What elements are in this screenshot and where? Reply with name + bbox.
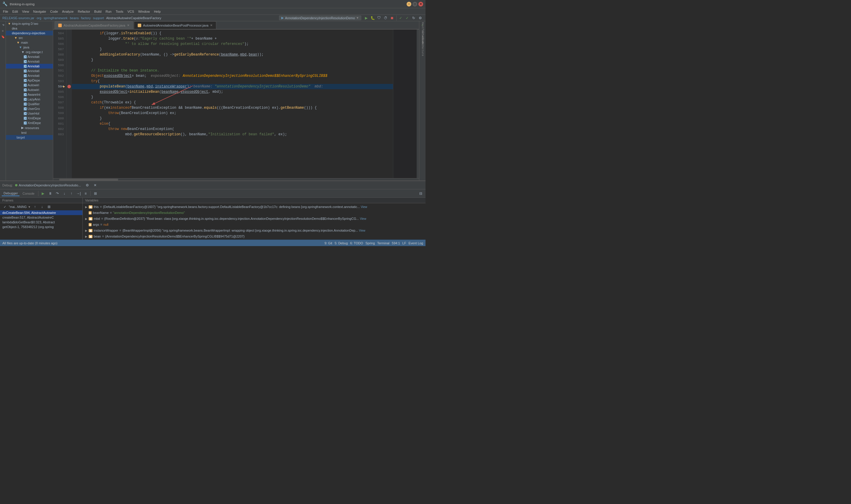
git-icon[interactable]: ✓	[398, 15, 404, 21]
menu-code[interactable]: Code	[49, 9, 60, 14]
debug-var-instancewrapper[interactable]: ▶ ▣ instanceWrapper = {BeanWrapperImpl@2…	[83, 227, 426, 234]
sidebar-resources[interactable]: ▶ resources	[6, 125, 53, 130]
debug-pause-button[interactable]: ⏸	[47, 191, 53, 196]
run-config-dropdown[interactable]: ▼	[356, 16, 359, 19]
expand-bean-icon[interactable]: ▶	[85, 235, 88, 238]
breadcrumb-beans[interactable]: beans	[70, 16, 78, 20]
expand-instancewrapper-icon[interactable]: ▶	[85, 229, 88, 232]
sidebar-xmldepe-1[interactable]: CXmlDepe	[6, 116, 53, 121]
breadcrumb-class[interactable]: AbstractAutowireCapableBeanFactory	[106, 16, 161, 20]
sidebar-annotati-5[interactable]: CAnnotati	[6, 73, 53, 78]
sidebar-annotati-3[interactable]: CAnnotati	[6, 64, 53, 69]
sidebar-xmldepe-2[interactable]: CXmlDepe	[6, 121, 53, 125]
debug-step-into-button[interactable]: ↓	[61, 191, 67, 196]
debug-var-args[interactable]: ▶ ● args = null	[83, 222, 426, 227]
debug-frame-2[interactable]: lambda$doGetBean$0:323, Abstract	[0, 220, 83, 224]
sidebar-autowiri-1[interactable]: CAutowiri	[6, 83, 53, 87]
sidebar-annotati-1[interactable]: CAnnotati	[6, 54, 53, 59]
frames-up-btn[interactable]: ↑	[32, 204, 38, 210]
menu-tools[interactable]: Tools	[114, 9, 125, 14]
debug-frame-1[interactable]: createBean:517, AbstractAutowireC	[0, 215, 83, 220]
debug-step-over-button[interactable]: ↷	[54, 191, 60, 196]
breadcrumb-org[interactable]: org	[37, 16, 41, 20]
minimize-button[interactable]: ─	[406, 2, 411, 6]
debug-var-this[interactable]: ▶ ▣ this = {DefaultListableBeanFactory@1…	[83, 203, 426, 210]
menu-navigate[interactable]: Navigate	[31, 9, 48, 14]
bookmark-icon[interactable]: 🔖	[0, 34, 6, 40]
frames-up-icon[interactable]: ✓	[2, 204, 8, 210]
tab-abstractautowire[interactable]: AbstractAutowireCapableBeanFactory.java …	[54, 21, 133, 29]
debug-step-out-button[interactable]: ↑	[69, 191, 74, 196]
sidebar-org[interactable]: ▼ org.xiaoge.t	[6, 50, 53, 54]
sidebar-qualifier[interactable]: CQualifier	[6, 102, 53, 106]
sidebar-dea[interactable]: dea	[6, 26, 53, 31]
horizontal-scrollbar[interactable]	[53, 178, 419, 180]
tab-close-1[interactable]: ✕	[127, 24, 129, 27]
sidebar-apidepe[interactable]: CApiDepe	[6, 78, 53, 83]
project-icon[interactable]: P	[0, 22, 6, 28]
debug-layout-button[interactable]: ⊟	[418, 191, 424, 196]
profile-button[interactable]: ⏱	[383, 15, 388, 21]
breadcrumb-springframework[interactable]: springframework	[43, 16, 67, 20]
frames-filter-btn[interactable]: ⊞	[46, 204, 52, 210]
close-button[interactable]: ✕	[418, 2, 423, 6]
debug-frame-0[interactable]: doCreateBean:594, AbstractAutowire	[0, 210, 83, 215]
status-spring[interactable]: Spring	[365, 241, 375, 245]
sidebar-userhol[interactable]: CUserHol	[6, 111, 53, 116]
status-terminal[interactable]: Terminal	[377, 241, 390, 245]
settings-icon[interactable]: ⚙	[417, 15, 423, 21]
view-iw-link[interactable]: View	[359, 228, 365, 233]
sidebar-usergro[interactable]: CUserGro	[6, 106, 53, 111]
h-scrollbar-thumb[interactable]	[59, 179, 118, 180]
breadcrumb-support[interactable]: support	[93, 16, 104, 20]
sidebar-java[interactable]: ▼ java	[6, 45, 53, 50]
sidebar-awareint[interactable]: CAwareInt	[6, 92, 53, 97]
git-update-icon[interactable]: ↻	[411, 15, 417, 21]
sidebar-target[interactable]: target	[6, 135, 53, 140]
menu-vcs[interactable]: VCS	[126, 9, 136, 14]
debug-close-icon[interactable]: ✕	[92, 182, 98, 188]
menu-analyze[interactable]: Analyze	[60, 9, 75, 14]
code-content[interactable]: if (logger.isTraceEnabled()) { logger.tr…	[72, 30, 393, 178]
coverage-button[interactable]: ⛉	[376, 15, 382, 21]
menu-run[interactable]: Run	[104, 9, 113, 14]
debug-var-mbd[interactable]: ▶ ▣ mbd = {RootBeanDefinition@2037} "Roo…	[83, 215, 426, 222]
menu-edit[interactable]: Edit	[11, 9, 20, 14]
status-git[interactable]: 9: Git	[324, 241, 332, 245]
sidebar-dependency-injection[interactable]: dependency-injection	[6, 31, 53, 35]
menu-build[interactable]: Build	[92, 9, 103, 14]
debug-resume-button[interactable]: ▶	[40, 191, 46, 196]
view-mbd-link[interactable]: View	[360, 216, 366, 221]
debug-tab-console[interactable]: Console	[21, 191, 36, 196]
status-event-log[interactable]: Event Log	[409, 241, 423, 245]
run-button[interactable]: ▶	[363, 15, 369, 21]
menu-file[interactable]: File	[1, 9, 10, 14]
tab-close-2[interactable]: ✕	[210, 24, 213, 27]
status-debug[interactable]: 5: Debug	[334, 241, 348, 245]
stop-button[interactable]: ⏹	[389, 15, 395, 21]
sidebar-src[interactable]: ▼ src	[6, 35, 53, 40]
menu-refactor[interactable]: Refactor	[76, 9, 92, 14]
menu-help[interactable]: Help	[152, 9, 163, 14]
sidebar-annotati-2[interactable]: CAnnotati	[6, 59, 53, 64]
debug-run-to-cursor-button[interactable]: →|	[76, 191, 82, 196]
sidebar-lazyann[interactable]: CLazyAnn	[6, 97, 53, 102]
debug-evaluate-button[interactable]: ≡	[83, 191, 89, 196]
debug-var-beanname[interactable]: ▶ ● beanName = "annotationDependencyInje…	[83, 210, 426, 215]
sidebar-main[interactable]: ▼ main	[6, 40, 53, 45]
vscrollbar[interactable]	[417, 30, 419, 178]
expand-mbd-icon[interactable]: ▶	[85, 217, 88, 220]
debug-var-bean[interactable]: ▶ ▣ bean = {AnnotationDependencyInjectio…	[83, 234, 426, 239]
debug-settings-icon[interactable]: ⚙	[85, 182, 90, 188]
view-this-link[interactable]: View	[361, 204, 367, 210]
breakpoint-marker[interactable]: ▶	[67, 85, 71, 88]
debug-frame-3[interactable]: getObject-1, 758348212 (org.spring	[0, 224, 83, 229]
menu-view[interactable]: View	[20, 9, 31, 14]
sidebar-annotati-4[interactable]: CAnnotati	[6, 69, 53, 73]
menu-window[interactable]: Window	[137, 9, 151, 14]
sidebar-autowiri-2[interactable]: CAutowiri	[6, 87, 53, 92]
breadcrumb-factory[interactable]: factory	[81, 16, 91, 20]
breadcrumb-jar[interactable]: RELEASE-sources.jar	[2, 16, 34, 20]
status-todo[interactable]: 6: TODO	[350, 241, 363, 245]
frames-down-btn[interactable]: ↓	[39, 204, 45, 210]
